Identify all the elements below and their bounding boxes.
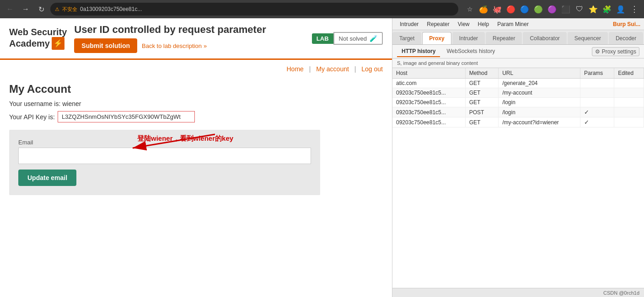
table-row[interactable]: 09203c750ee81c5... GET /my-account xyxy=(392,88,644,98)
tab-sequencer[interactable]: Sequencer xyxy=(568,32,608,44)
nav-log-out-link[interactable]: Log out xyxy=(361,65,383,73)
proxy-table-body: atic.com GET /generate_204 09203c750ee81… xyxy=(392,79,644,127)
col-method: Method xyxy=(465,68,498,79)
ext5-button[interactable]: 🟢 xyxy=(532,3,544,15)
col-host: Host xyxy=(392,68,465,79)
browser-panel: Web Security Academy ⚡ User ID controlle… xyxy=(0,18,392,297)
account-button[interactable]: 👤 xyxy=(615,3,627,15)
cell-url: /generate_204 xyxy=(499,79,580,88)
flask-icon: 🧪 xyxy=(370,35,377,42)
cell-url: /login xyxy=(499,98,580,107)
logo-top: Web Security xyxy=(9,27,67,37)
username-line: Your username is: wiener xyxy=(9,100,383,107)
email-input[interactable] xyxy=(18,148,311,164)
burp-main-tabs: Target Proxy Intruder Repeater Collabora… xyxy=(392,30,644,45)
back-button[interactable]: ← xyxy=(4,3,16,16)
submit-solution-button[interactable]: Submit solution xyxy=(74,38,137,53)
ext3-button[interactable]: 🔴 xyxy=(505,3,517,15)
reload-button[interactable]: ↻ xyxy=(35,3,48,16)
tab-collaborator[interactable]: Collaborator xyxy=(523,32,566,44)
ext4-button[interactable]: 🔵 xyxy=(519,3,531,15)
forward-button[interactable]: → xyxy=(19,3,32,16)
menu-button[interactable]: ⋮ xyxy=(628,3,640,15)
cell-params: ✓ xyxy=(580,117,614,127)
api-key-value: L3ZQZHSnmOsNIYbSYc35FGX90WTbZgWt xyxy=(58,111,195,122)
nav-sep1: | xyxy=(309,65,311,73)
ext7-button[interactable]: ⬛ xyxy=(560,3,572,15)
cell-method: GET xyxy=(465,98,498,107)
annotation-text: 登陆wiener，看到wiener的key xyxy=(137,134,233,143)
table-row[interactable]: 09203c750ee81c5... GET /login xyxy=(392,98,644,107)
lab-logo: Web Security Academy ⚡ xyxy=(9,27,67,50)
menu-param-miner[interactable]: Param Miner xyxy=(494,20,532,28)
api-key-label: Your API Key is: xyxy=(9,113,55,121)
ext9-button[interactable]: ⭐ xyxy=(587,3,599,15)
cell-url: /my-account?id=wiener xyxy=(499,117,580,127)
annotation-wrapper: 登陆wiener，看到wiener的key Email Update email xyxy=(9,130,383,195)
burp-suite-label: Burp Sui... xyxy=(613,21,640,27)
proxy-settings-button[interactable]: ⚙ Proxy settings xyxy=(592,47,639,56)
nav-home-link[interactable]: Home xyxy=(286,65,303,73)
cell-params xyxy=(580,88,614,98)
table-row[interactable]: 09203c750ee81c5... POST /login ✓ xyxy=(392,107,644,117)
status-text: CSDN @0rch1d xyxy=(603,290,639,296)
cell-edited xyxy=(614,88,644,98)
lab-badge: LAB xyxy=(312,33,333,44)
tab-decoder[interactable]: Decoder xyxy=(609,32,643,44)
cell-host: atic.com xyxy=(392,79,465,88)
lab-header: Web Security Academy ⚡ User ID controlle… xyxy=(0,18,392,60)
back-link-text: Back to lab description xyxy=(142,42,202,49)
nav-sep2: | xyxy=(354,65,356,73)
tab-target[interactable]: Target xyxy=(392,32,421,44)
burp-panel: Intruder Repeater View Help Param Miner … xyxy=(392,18,644,297)
cell-edited xyxy=(614,79,644,88)
cell-params xyxy=(580,98,614,107)
menu-help[interactable]: Help xyxy=(474,20,493,28)
menu-repeater[interactable]: Repeater xyxy=(423,20,453,28)
proxy-table: Host Method URL Params Edited atic.com G… xyxy=(392,68,644,288)
menu-view[interactable]: View xyxy=(454,20,473,28)
col-params: Params xyxy=(580,68,614,79)
cell-edited xyxy=(614,117,644,127)
nav-my-account-link[interactable]: My account xyxy=(316,65,349,73)
cell-method: GET xyxy=(465,88,498,98)
page-content: Home | My account | Log out My Account Y… xyxy=(0,60,392,297)
ext6-button[interactable]: 🟣 xyxy=(546,3,558,15)
address-bar[interactable]: ⚠ 不安全 0a13009203c750ee81c... xyxy=(50,3,458,16)
logo-bottom: Academy ⚡ xyxy=(9,37,67,50)
lab-status: Not solved 🧪 xyxy=(333,32,383,45)
ext10-button[interactable]: 🧩 xyxy=(601,3,613,15)
chevron-right-icon: » xyxy=(204,42,207,49)
ext2-button[interactable]: 🐙 xyxy=(491,3,503,15)
lab-title-area: User ID controlled by request parameter … xyxy=(74,24,305,53)
ext1-button[interactable]: 🍊 xyxy=(478,3,489,15)
api-key-line: Your API Key is: L3ZQZHSnmOsNIYbSYc35FGX… xyxy=(9,111,383,122)
lab-status-area: LAB Not solved 🧪 xyxy=(312,32,383,45)
lab-status-text: Not solved xyxy=(339,35,367,42)
lab-title: User ID controlled by request parameter xyxy=(74,24,305,36)
cell-url: /login xyxy=(499,107,580,117)
tab-repeater[interactable]: Repeater xyxy=(486,32,522,44)
back-to-lab-link[interactable]: Back to lab description » xyxy=(142,42,207,49)
subtab-http-history[interactable]: HTTP history xyxy=(397,46,440,57)
page-nav: Home | My account | Log out xyxy=(0,60,392,78)
tab-intruder[interactable]: Intruder xyxy=(452,32,485,44)
table-row[interactable]: atic.com GET /generate_204 xyxy=(392,79,644,88)
burp-menu-bar: Intruder Repeater View Help Param Miner … xyxy=(392,18,644,30)
lab-actions: Submit solution Back to lab description … xyxy=(74,38,305,53)
cell-url: /my-account xyxy=(499,88,580,98)
tab-proxy[interactable]: Proxy xyxy=(422,32,451,44)
proxy-settings-label: Proxy settings xyxy=(602,48,636,55)
menu-intruder[interactable]: Intruder xyxy=(396,20,422,28)
subtab-websockets-history[interactable]: WebSockets history xyxy=(442,46,499,57)
chrome-toolbar: ← → ↻ ⚠ 不安全 0a13009203c750ee81c... ☆ 🍊 🐙… xyxy=(0,0,644,18)
chrome-extension-icons: ☆ 🍊 🐙 🔴 🔵 🟢 🟣 ⬛ 🛡 ⭐ 🧩 👤 ⋮ xyxy=(464,3,640,15)
ext8-button[interactable]: 🛡 xyxy=(574,3,585,15)
cell-method: POST xyxy=(465,107,498,117)
update-email-button[interactable]: Update email xyxy=(18,170,76,186)
col-edited: Edited xyxy=(614,68,644,79)
bookmark-button[interactable]: ☆ xyxy=(464,3,476,15)
cell-edited xyxy=(614,98,644,107)
filter-text: S, image and general binary content xyxy=(397,60,478,66)
table-row[interactable]: 09203c750ee81c5... GET /my-account?id=wi… xyxy=(392,117,644,127)
